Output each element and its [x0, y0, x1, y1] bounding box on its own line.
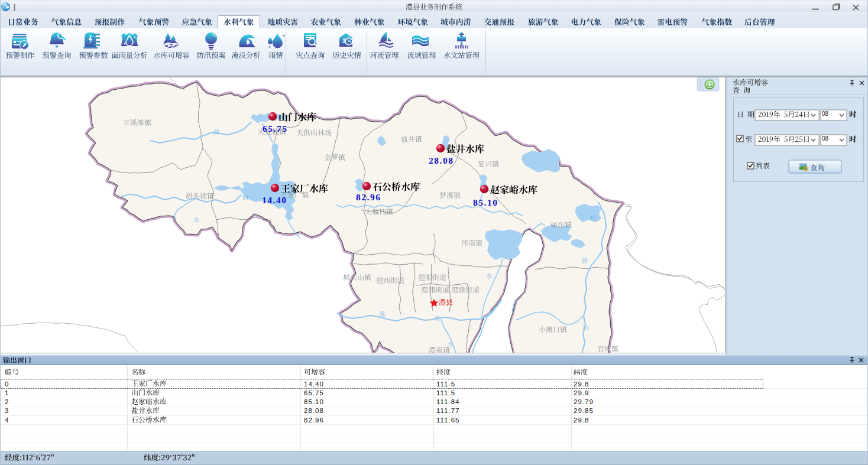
svg-text:111.5: 111.5 — [436, 381, 455, 388]
svg-text:29.8: 29.8 — [574, 417, 589, 424]
svg-text:111.65: 111.65 — [436, 417, 459, 424]
svg-text:1: 1 — [5, 389, 8, 396]
svg-text:14.40: 14.40 — [304, 381, 324, 388]
svg-text:29.85: 29.85 — [574, 407, 594, 414]
svg-text:08: 08 — [822, 135, 829, 142]
svg-text:0: 0 — [5, 381, 8, 388]
svg-text:29.8: 29.8 — [574, 381, 589, 388]
svg-text:65.75: 65.75 — [263, 123, 287, 134]
svg-text:65.75: 65.75 — [304, 389, 324, 396]
svg-text:2: 2 — [5, 398, 8, 405]
svg-text:85.10: 85.10 — [304, 398, 324, 405]
svg-text:111.5: 111.5 — [436, 389, 455, 396]
svg-text:4: 4 — [5, 417, 9, 424]
svg-text:08: 08 — [822, 110, 829, 117]
svg-text:28.08: 28.08 — [429, 155, 454, 165]
svg-text:14.40: 14.40 — [262, 195, 287, 205]
svg-text:82.96: 82.96 — [356, 192, 381, 202]
svg-text:29.79: 29.79 — [574, 398, 594, 405]
svg-text:28.08: 28.08 — [304, 407, 324, 414]
svg-text:111.84: 111.84 — [436, 398, 459, 405]
svg-text:3: 3 — [5, 407, 8, 414]
svg-text:111.77: 111.77 — [436, 407, 459, 414]
svg-text:29.9: 29.9 — [574, 389, 589, 396]
svg-text:82.96: 82.96 — [304, 417, 324, 424]
svg-text:85.10: 85.10 — [473, 197, 498, 207]
